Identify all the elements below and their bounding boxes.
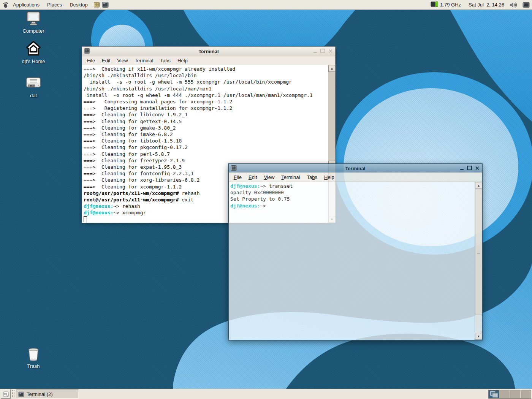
- terminal-window-icon: [18, 391, 24, 397]
- computer-icon: [25, 11, 42, 27]
- desktop-icon-label: Trash: [14, 363, 53, 369]
- desktop-icon-label: dat: [14, 93, 53, 98]
- menu-item-tabs[interactable]: Tabs: [303, 174, 320, 180]
- close-button[interactable]: [474, 165, 480, 171]
- terminal-line: djf@nexus:~> transset: [230, 183, 474, 189]
- desktop-icon-computer[interactable]: Computer: [14, 11, 53, 34]
- workspace-3[interactable]: [510, 390, 521, 398]
- scroll-down-icon[interactable]: ▼: [475, 333, 482, 340]
- taskbar-button-label: Terminal (2): [27, 391, 53, 397]
- maximize-button[interactable]: [466, 165, 472, 171]
- terminal-window-2: Terminal FileEditViewTerminalTabsHelp dj…: [228, 163, 483, 340]
- menu-item-view[interactable]: View: [260, 174, 278, 180]
- terminal-line: ===> Cleaning for perl-5.8.7: [84, 151, 328, 157]
- titlebar[interactable]: Terminal: [229, 164, 482, 173]
- menubar: FileEditViewTerminalTabsHelp: [229, 173, 482, 182]
- window-title: Terminal: [229, 166, 482, 171]
- menu-item-file[interactable]: File: [230, 174, 245, 180]
- terminal-launcher-icon[interactable]: [102, 2, 109, 8]
- menu-desktop[interactable]: Desktop: [66, 0, 92, 10]
- terminal-content-area[interactable]: djf@nexus:~> transsetopacity 0xc0000000S…: [229, 182, 482, 340]
- gnome-foot-icon[interactable]: [2, 2, 9, 8]
- terminal-line: install -o root -g wheel -m 444 ./xcompm…: [84, 92, 328, 98]
- scroll-up-icon[interactable]: ▲: [328, 65, 336, 72]
- panel-drag-handle[interactable]: [12, 390, 15, 398]
- terminal-line: opacity 0xc0000000: [230, 189, 474, 196]
- scrollbar[interactable]: ▲ ▼: [475, 182, 482, 340]
- terminal-line: Set Property to 0.75: [230, 196, 474, 202]
- desktop-icon-dat[interactable]: dat: [14, 74, 53, 98]
- maximize-button[interactable]: [320, 48, 326, 54]
- trash-icon: [25, 347, 41, 363]
- menu-item-file[interactable]: File: [84, 58, 98, 63]
- desktop-icon-label: Computer: [14, 28, 53, 34]
- terminal-line: ===> Checking if x11-wm/xcompmgr already…: [84, 66, 328, 72]
- menu-applications[interactable]: Applications: [9, 0, 43, 10]
- show-desktop-icon: [3, 391, 9, 397]
- desktop-icon-home[interactable]: djf's Home: [14, 40, 53, 64]
- workspace-switcher: [488, 390, 531, 399]
- file-drawer-icon[interactable]: [93, 2, 100, 8]
- volume-icon[interactable]: [510, 2, 517, 8]
- terminal-line: ===> Cleaning for libiconv-1.9.2_1: [84, 111, 328, 118]
- terminal-line: ===> Registering installation for xcompm…: [84, 105, 328, 111]
- terminal-line: djf@nexus:~>: [230, 203, 474, 209]
- terminal-line: ===> Cleaning for gmake-3.80_2: [84, 125, 328, 131]
- terminal-line: ===> Cleaning for imake-6.8.2: [84, 131, 328, 138]
- menubar: FileEditViewTerminalTabsHelp: [82, 56, 335, 65]
- menu-item-terminal[interactable]: Terminal: [278, 174, 303, 180]
- menu-item-edit[interactable]: Edit: [98, 58, 114, 63]
- minimize-button[interactable]: [312, 48, 318, 54]
- desktop-icon-trash[interactable]: Trash: [14, 347, 53, 369]
- menu-item-edit[interactable]: Edit: [245, 174, 260, 180]
- bottom-panel: Terminal (2): [0, 389, 532, 399]
- drive-icon: [24, 74, 43, 92]
- terminal-line: ===> Cleaning for pkgconfig-0.17.2: [84, 144, 328, 150]
- terminal-line: ===> Compressing manual pages for xcompm…: [84, 98, 328, 105]
- desktop-icon-label: djf's Home: [14, 59, 53, 64]
- titlebar[interactable]: Terminal: [82, 47, 335, 56]
- menu-item-tabs[interactable]: Tabs: [157, 58, 174, 63]
- workspace-4[interactable]: [521, 390, 531, 398]
- menu-item-terminal[interactable]: Terminal: [131, 58, 157, 63]
- scroll-up-icon[interactable]: ▲: [475, 182, 482, 189]
- clock[interactable]: Sat Jul 2, 14:26: [469, 2, 504, 8]
- taskbar-button-terminal[interactable]: Terminal (2): [16, 390, 79, 399]
- terminal-line: ===> Cleaning for freetype2-2.1.9: [84, 157, 328, 164]
- display-icon[interactable]: [522, 2, 530, 8]
- workspace-1[interactable]: [489, 390, 499, 398]
- window-title: Terminal: [82, 49, 335, 54]
- workspace-2[interactable]: [499, 390, 510, 398]
- terminal-line: install -s -o root -g wheel -m 555 xcomp…: [84, 79, 328, 85]
- top-panel: Applications Places Desktop 1.79 GHz Sat…: [0, 0, 532, 10]
- menu-item-help[interactable]: Help: [174, 58, 191, 63]
- close-button[interactable]: [327, 48, 333, 54]
- terminal-line: /bin/sh ./mkinstalldirs /usr/local/man/m…: [84, 86, 328, 92]
- cpu-frequency-icon[interactable]: [431, 1, 439, 9]
- menu-item-view[interactable]: View: [114, 58, 131, 63]
- terminal-line: ===> Cleaning for gettext-0.14.5: [84, 118, 328, 125]
- menu-places[interactable]: Places: [43, 0, 66, 10]
- show-desktop-button[interactable]: [1, 390, 11, 399]
- minimize-button[interactable]: [459, 165, 465, 171]
- terminal-line: /bin/sh ./mkinstalldirs /usr/local/bin: [84, 72, 328, 79]
- terminal-output: djf@nexus:~> transsetopacity 0xc0000000S…: [230, 183, 474, 209]
- home-icon: [24, 40, 43, 58]
- scrollbar-thumb[interactable]: [475, 189, 482, 315]
- terminal-line: ===> Cleaning for libtool-1.5.18: [84, 138, 328, 144]
- desktop: Computer djf's Home dat Trash: [0, 0, 532, 399]
- menu-item-help[interactable]: Help: [321, 174, 338, 180]
- cpu-frequency-label: 1.79 GHz: [440, 2, 461, 8]
